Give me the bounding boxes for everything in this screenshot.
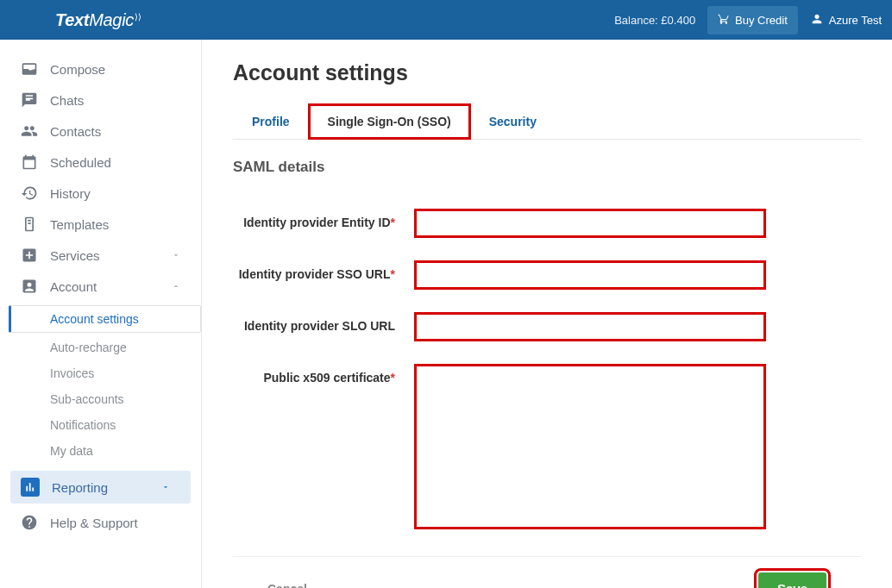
page-title: Account settings bbox=[233, 60, 861, 85]
sidebar-item-compose[interactable]: Compose bbox=[0, 53, 201, 84]
user-menu[interactable]: Azure Test bbox=[810, 12, 882, 28]
user-name: Azure Test bbox=[829, 14, 882, 27]
slo-url-input[interactable] bbox=[416, 314, 764, 340]
compose-icon bbox=[21, 60, 38, 78]
history-icon bbox=[21, 185, 38, 202]
sidebar-subitem-sub-accounts[interactable]: Sub-accounts bbox=[0, 386, 201, 412]
brand-suffix: Magic bbox=[89, 10, 134, 29]
sidebar-item-label: Contacts bbox=[50, 124, 101, 139]
user-icon bbox=[810, 12, 824, 28]
main-panel: Account settings Profile Single Sign-On … bbox=[202, 40, 892, 588]
sidebar-item-label: Account bbox=[50, 279, 97, 294]
brand-logo[interactable]: TextMagic ⟩⟩ bbox=[55, 10, 141, 30]
entity-id-input[interactable] bbox=[416, 210, 764, 236]
sidebar-item-templates[interactable]: Templates bbox=[0, 209, 201, 240]
sidebar-item-help[interactable]: Help & Support bbox=[0, 507, 201, 538]
tab-security[interactable]: Security bbox=[470, 104, 556, 139]
chevron-down-icon bbox=[172, 248, 180, 262]
row-entity-id: Identity provider Entity ID* bbox=[233, 210, 861, 236]
section-title: SAML details bbox=[233, 159, 861, 176]
sidebar-item-contacts[interactable]: Contacts bbox=[0, 116, 201, 147]
bar-chart-icon bbox=[21, 478, 40, 497]
sidebar-item-scheduled[interactable]: Scheduled bbox=[0, 147, 201, 178]
cancel-link[interactable]: Cancel bbox=[267, 582, 307, 589]
tab-profile[interactable]: Profile bbox=[233, 104, 309, 139]
sidebar-subitem-label: Sub-accounts bbox=[50, 392, 124, 406]
sidebar-subitem-label: Notifications bbox=[50, 418, 116, 432]
row-slo-url: Identity provider SLO URL bbox=[233, 314, 861, 340]
sidebar-item-chats[interactable]: Chats bbox=[0, 84, 201, 116]
sidebar-item-label: Chats bbox=[50, 93, 84, 108]
sso-url-input[interactable] bbox=[416, 262, 764, 288]
sidebar-item-services[interactable]: Services bbox=[0, 240, 201, 271]
label-entity-id: Identity provider Entity ID* bbox=[233, 210, 416, 229]
saml-form: Identity provider Entity ID* Identity pr… bbox=[233, 191, 861, 588]
chevron-up-icon bbox=[172, 279, 180, 293]
sidebar-item-label: Services bbox=[50, 248, 100, 263]
sidebar-subitem-auto-recharge[interactable]: Auto-recharge bbox=[0, 335, 201, 360]
label-sso-url: Identity provider SSO URL* bbox=[233, 262, 416, 281]
required-marker: * bbox=[391, 216, 395, 229]
required-marker: * bbox=[391, 371, 395, 385]
sidebar-item-account[interactable]: Account bbox=[0, 271, 201, 302]
chats-icon bbox=[21, 91, 38, 109]
balance-label: Balance: £0.400 bbox=[614, 14, 695, 27]
cert-textarea[interactable] bbox=[416, 366, 764, 528]
tab-sso[interactable]: Single Sign-On (SSO) bbox=[309, 104, 470, 139]
account-icon bbox=[21, 278, 38, 295]
templates-icon bbox=[21, 216, 38, 233]
cart-icon bbox=[718, 13, 730, 28]
label-slo-url: Identity provider SLO URL bbox=[233, 314, 416, 333]
calendar-icon bbox=[21, 153, 38, 171]
save-button[interactable]: Save bbox=[758, 572, 826, 588]
sidebar-subitem-label: Account settings bbox=[50, 312, 139, 326]
sidebar-subitem-label: Auto-recharge bbox=[50, 341, 127, 354]
sidebar-subitem-my-data[interactable]: My data bbox=[0, 438, 201, 464]
sidebar-item-label: Help & Support bbox=[50, 516, 138, 530]
account-subnav: Account settings Auto-recharge Invoices … bbox=[0, 305, 201, 464]
sidebar-subitem-account-settings[interactable]: Account settings bbox=[9, 305, 201, 333]
required-marker: * bbox=[391, 267, 395, 281]
contacts-icon bbox=[21, 122, 38, 140]
tabs: Profile Single Sign-On (SSO) Security bbox=[233, 104, 861, 140]
sidebar-item-label: Reporting bbox=[52, 480, 108, 495]
sidebar-item-label: Compose bbox=[50, 62, 105, 77]
sidebar-subitem-notifications[interactable]: Notifications bbox=[0, 412, 201, 438]
brand-signal-icon: ⟩⟩ bbox=[135, 12, 141, 22]
row-sso-url: Identity provider SSO URL* bbox=[233, 262, 861, 288]
label-cert: Public x509 certificate* bbox=[233, 366, 416, 385]
sidebar: Compose Chats Contacts Scheduled History… bbox=[0, 40, 202, 588]
sidebar-subitem-label: Invoices bbox=[50, 366, 94, 380]
form-actions: Cancel Save bbox=[233, 556, 861, 588]
sidebar-item-label: Templates bbox=[50, 217, 109, 232]
sidebar-item-label: History bbox=[50, 186, 91, 201]
sidebar-item-reporting[interactable]: Reporting bbox=[10, 471, 191, 504]
help-icon bbox=[21, 514, 38, 531]
sidebar-subitem-label: My data bbox=[50, 444, 93, 458]
topbar: TextMagic ⟩⟩ Balance: £0.400 Buy Credit … bbox=[0, 0, 892, 40]
sidebar-item-label: Scheduled bbox=[50, 155, 111, 170]
chevron-down-icon bbox=[161, 480, 170, 494]
sidebar-item-history[interactable]: History bbox=[0, 178, 201, 209]
sidebar-subitem-invoices[interactable]: Invoices bbox=[0, 360, 201, 386]
row-cert: Public x509 certificate* bbox=[233, 366, 861, 530]
buy-credit-button[interactable]: Buy Credit bbox=[707, 6, 798, 34]
brand-prefix: Text bbox=[55, 10, 89, 29]
buy-credit-label: Buy Credit bbox=[735, 14, 788, 27]
services-icon bbox=[21, 247, 38, 264]
